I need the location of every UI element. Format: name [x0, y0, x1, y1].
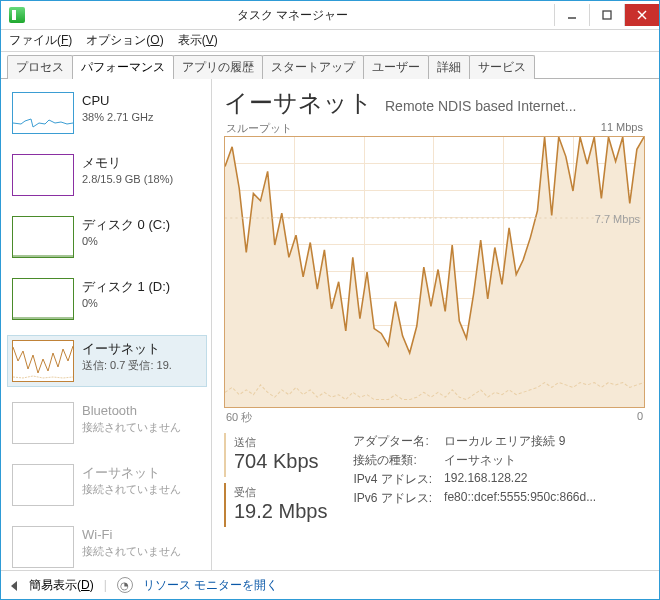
- max-scale-label: 11 Mbps: [601, 121, 643, 136]
- sidebar-item-label: ディスク 1 (D:): [82, 278, 170, 296]
- app-icon: [9, 7, 25, 23]
- detail-panel: イーサネット Remote NDIS based Internet... スルー…: [212, 79, 659, 570]
- throughput-label: スループット: [226, 121, 292, 136]
- sidebar-item-cpu[interactable]: CPU38% 2.71 GHz: [7, 87, 207, 139]
- chevron-left-icon: [11, 581, 17, 591]
- panel-subtitle: Remote NDIS based Internet...: [385, 98, 645, 114]
- minimize-button[interactable]: [554, 4, 589, 26]
- sidebar-item-label: CPU: [82, 92, 154, 110]
- tab-users[interactable]: ユーザー: [363, 55, 429, 79]
- sidebar-item-ethernet2[interactable]: イーサネット接続されていません: [7, 459, 207, 511]
- maximize-button[interactable]: [589, 4, 624, 26]
- menu-options[interactable]: オプション(O): [86, 32, 163, 49]
- conn-type-key: 接続の種類:: [353, 452, 432, 469]
- tab-services[interactable]: サービス: [469, 55, 535, 79]
- sidebar-item-disk1[interactable]: ディスク 1 (D:)0%: [7, 273, 207, 325]
- ipv6-key: IPv6 アドレス:: [353, 490, 432, 507]
- adapter-name-val: ローカル エリア接続 9: [444, 433, 645, 450]
- window-title: タスク マネージャー: [31, 7, 554, 24]
- panel-title: イーサネット: [224, 87, 373, 119]
- ipv4-key: IPv4 アドレス:: [353, 471, 432, 488]
- ethernet-thumb: [12, 340, 74, 382]
- send-value: 704 Kbps: [234, 450, 327, 473]
- simple-view-button[interactable]: 簡易表示(D): [29, 577, 94, 594]
- tab-startup[interactable]: スタートアップ: [262, 55, 364, 79]
- close-button[interactable]: [624, 4, 659, 26]
- sidebar-item-label: イーサネット: [82, 340, 172, 358]
- ethernet2-thumb: [12, 464, 74, 506]
- menu-file[interactable]: ファイル(F): [9, 32, 72, 49]
- recv-value: 19.2 Mbps: [234, 500, 327, 523]
- sidebar-item-label: イーサネット: [82, 464, 181, 482]
- title-bar: タスク マネージャー: [1, 1, 659, 30]
- wifi-thumb: [12, 526, 74, 568]
- sidebar-item-label: ディスク 0 (C:): [82, 216, 170, 234]
- menu-bar: ファイル(F) オプション(O) 表示(V): [1, 30, 659, 52]
- conn-type-val: イーサネット: [444, 452, 645, 469]
- menu-view[interactable]: 表示(V): [178, 32, 218, 49]
- recv-label: 受信: [234, 485, 327, 500]
- throughput-chart[interactable]: 7.7 Mbps: [224, 136, 645, 408]
- svg-rect-1: [603, 11, 611, 19]
- tab-app-history[interactable]: アプリの履歴: [173, 55, 263, 79]
- tab-strip: プロセス パフォーマンス アプリの履歴 スタートアップ ユーザー 詳細 サービス: [1, 52, 659, 79]
- sidebar-item-label: Bluetooth: [82, 402, 181, 420]
- bluetooth-thumb: [12, 402, 74, 444]
- sidebar[interactable]: CPU38% 2.71 GHz メモリ2.8/15.9 GB (18%) ディス…: [1, 79, 212, 570]
- resmon-icon: ◔: [117, 577, 133, 593]
- x-axis-right: 0: [637, 410, 643, 425]
- sidebar-item-label: メモリ: [82, 154, 173, 172]
- svg-marker-6: [225, 137, 644, 407]
- send-label: 送信: [234, 435, 327, 450]
- cpu-thumb: [12, 92, 74, 134]
- adapter-name-key: アダプター名:: [353, 433, 432, 450]
- memory-thumb: [12, 154, 74, 196]
- ipv6-val: fe80::dcef:5555:950c:866d...: [444, 490, 645, 507]
- sidebar-item-disk0[interactable]: ディスク 0 (C:)0%: [7, 211, 207, 263]
- x-axis-left: 60 秒: [226, 410, 252, 425]
- ipv4-val: 192.168.128.22: [444, 471, 645, 488]
- sidebar-item-ethernet[interactable]: イーサネット送信: 0.7 受信: 19.: [7, 335, 207, 387]
- sidebar-item-bluetooth[interactable]: Bluetooth接続されていません: [7, 397, 207, 449]
- tab-details[interactable]: 詳細: [428, 55, 470, 79]
- disk1-thumb: [12, 278, 74, 320]
- sidebar-item-wifi[interactable]: Wi-Fi接続されていません: [7, 521, 207, 570]
- sidebar-item-label: Wi-Fi: [82, 526, 181, 544]
- tab-performance[interactable]: パフォーマンス: [72, 55, 174, 79]
- status-bar: 簡易表示(D) | ◔ リソース モニターを開く: [1, 570, 659, 599]
- tab-processes[interactable]: プロセス: [7, 55, 73, 79]
- open-resource-monitor[interactable]: リソース モニターを開く: [143, 577, 278, 594]
- ref-line-label: 7.7 Mbps: [595, 213, 640, 225]
- sidebar-item-memory[interactable]: メモリ2.8/15.9 GB (18%): [7, 149, 207, 201]
- disk0-thumb: [12, 216, 74, 258]
